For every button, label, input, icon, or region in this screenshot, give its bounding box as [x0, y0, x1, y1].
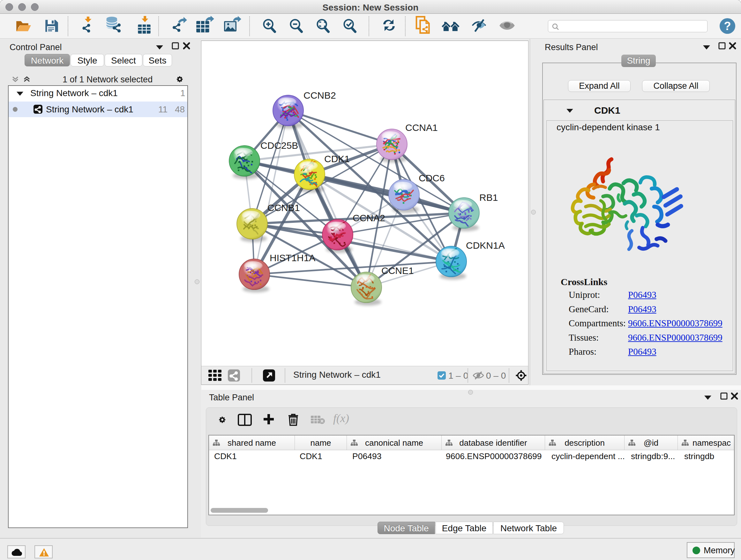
svg-text:CDC6: CDC6 [419, 173, 445, 183]
svg-text:CCNA1: CCNA1 [405, 122, 438, 133]
svg-text:CCNE1: CCNE1 [381, 265, 414, 276]
svg-text:CDC25B: CDC25B [260, 140, 298, 151]
svg-text:CCNB2: CCNB2 [304, 90, 336, 101]
svg-text:CCNB1: CCNB1 [267, 202, 300, 213]
svg-text:CDK1: CDK1 [324, 153, 350, 164]
svg-text:CCNA2: CCNA2 [353, 212, 385, 223]
svg-text:HIST1H1A: HIST1H1A [270, 253, 315, 263]
svg-text:CDKN1A: CDKN1A [466, 240, 505, 251]
svg-text:RB1: RB1 [479, 192, 498, 203]
